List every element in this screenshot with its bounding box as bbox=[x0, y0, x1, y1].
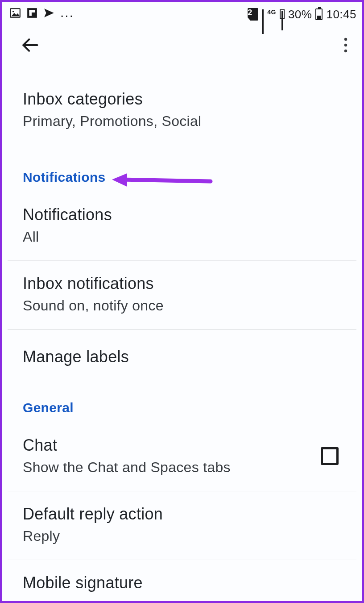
flipboard-icon bbox=[26, 7, 38, 22]
chat-item[interactable]: Chat Show the Chat and Spaces tabs bbox=[8, 423, 356, 491]
svg-marker-10 bbox=[112, 173, 127, 187]
app-bar bbox=[2, 24, 362, 68]
notifications-item[interactable]: Notifications All bbox=[8, 192, 356, 261]
svg-point-6 bbox=[344, 38, 347, 41]
setting-title: Inbox categories bbox=[23, 90, 341, 109]
send-icon bbox=[43, 7, 55, 22]
network-type: 4G bbox=[267, 8, 276, 16]
setting-subtitle: Show the Chat and Spaces tabs bbox=[23, 459, 231, 476]
chat-checkbox[interactable] bbox=[321, 447, 339, 465]
status-right: 2 4G 30% 10:45 bbox=[248, 8, 356, 21]
mobile-signature-item[interactable]: Mobile signature bbox=[2, 560, 362, 596]
overflow-menu-button[interactable] bbox=[344, 37, 347, 55]
annotation-arrow-icon bbox=[110, 172, 213, 193]
inbox-notifications-item[interactable]: Inbox notifications Sound on, notify onc… bbox=[8, 261, 356, 330]
setting-subtitle: Reply bbox=[23, 528, 341, 544]
setting-subtitle: Primary, Promotions, Social bbox=[23, 113, 341, 130]
svg-point-7 bbox=[344, 44, 347, 46]
clock-time: 10:45 bbox=[326, 8, 356, 21]
svg-point-1 bbox=[12, 11, 14, 12]
manage-labels-item[interactable]: Manage labels bbox=[2, 330, 362, 384]
general-section-header: General bbox=[2, 384, 362, 423]
setting-title: Mobile signature bbox=[23, 574, 341, 592]
signal-outline-icon bbox=[280, 9, 285, 19]
setting-title: Chat bbox=[23, 436, 231, 455]
notifications-section-header: Notifications bbox=[2, 145, 362, 192]
default-reply-item[interactable]: Default reply action Reply bbox=[8, 491, 356, 560]
settings-list: Inbox categories Primary, Promotions, So… bbox=[2, 68, 362, 596]
setting-title: Notifications bbox=[23, 205, 341, 224]
signal-bars-icon bbox=[262, 9, 264, 19]
picture-icon bbox=[9, 7, 21, 22]
more-notifications-icon: ... bbox=[60, 10, 74, 15]
inbox-categories-item[interactable]: Inbox categories Primary, Promotions, So… bbox=[2, 68, 362, 145]
setting-title: Default reply action bbox=[23, 505, 341, 523]
back-button[interactable] bbox=[20, 35, 40, 57]
battery-icon bbox=[315, 8, 323, 20]
svg-line-9 bbox=[121, 180, 211, 181]
setting-subtitle: Sound on, notify once bbox=[23, 297, 341, 314]
sim-badge-icon: 2 bbox=[248, 8, 258, 21]
svg-point-8 bbox=[344, 50, 347, 52]
setting-title: Inbox notifications bbox=[23, 274, 341, 293]
svg-rect-2 bbox=[27, 8, 37, 18]
setting-title: Manage labels bbox=[23, 348, 341, 366]
status-bar: ... 2 4G 30% 10:45 bbox=[2, 2, 362, 24]
battery-percent: 30% bbox=[288, 8, 312, 21]
status-left: ... bbox=[9, 7, 74, 22]
setting-subtitle: All bbox=[23, 229, 341, 245]
svg-rect-4 bbox=[29, 10, 32, 16]
